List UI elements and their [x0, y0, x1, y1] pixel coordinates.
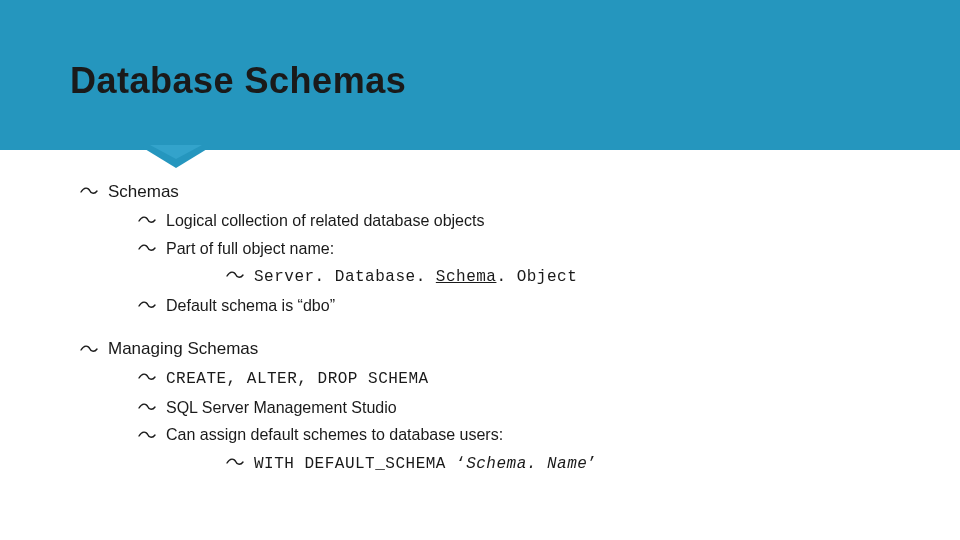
code-with-default: WITH DEFAULT_SCHEMA ‘Schema. Name’ — [254, 455, 597, 473]
slide-body: Schemas Logical collection of related da… — [0, 150, 960, 476]
code-pre: WITH DEFAULT_SCHEMA ‘ — [254, 455, 466, 473]
code-ddl: CREATE, ALTER, DROP SCHEMA — [166, 370, 429, 388]
bullet-text: Default schema is “dbo” — [166, 297, 335, 314]
code-post: . Object — [496, 268, 577, 286]
bullet-part-of-name: Part of full object name: Server. Databa… — [138, 238, 960, 289]
code-object-name: Server. Database. Schema. Object — [254, 268, 577, 286]
slide-header: Database Schemas — [0, 0, 960, 150]
bullet-object-name-example: Server. Database. Schema. Object — [226, 265, 960, 289]
bullet-text: Managing Schemas — [108, 339, 258, 358]
bullet-logical-collection: Logical collection of related database o… — [138, 210, 960, 232]
bullet-text: Schemas — [108, 182, 179, 201]
code-pre: Server. Database. — [254, 268, 436, 286]
bullet-text: Logical collection of related database o… — [166, 212, 484, 229]
bullet-text: Can assign default schemes to database u… — [166, 426, 503, 443]
bullet-ssms: SQL Server Management Studio — [138, 397, 960, 419]
bullet-create-alter-drop: CREATE, ALTER, DROP SCHEMA — [138, 367, 960, 391]
bullet-text: Part of full object name: — [166, 240, 334, 257]
bullet-assign-default: Can assign default schemes to database u… — [138, 424, 960, 475]
bullet-with-default-schema: WITH DEFAULT_SCHEMA ‘Schema. Name’ — [226, 452, 960, 476]
header-notch-inner — [150, 145, 202, 159]
code-post: ’ — [587, 455, 597, 473]
bullet-text: SQL Server Management Studio — [166, 399, 397, 416]
code-schema-name: Schema. Name — [466, 455, 587, 473]
bullet-managing-schemas: Managing Schemas CREATE, ALTER, DROP SCH… — [80, 338, 960, 475]
bullet-default-dbo: Default schema is “dbo” — [138, 295, 960, 317]
slide-title: Database Schemas — [0, 0, 960, 102]
code-schema: Schema — [436, 268, 497, 286]
bullet-schemas: Schemas Logical collection of related da… — [80, 181, 960, 316]
